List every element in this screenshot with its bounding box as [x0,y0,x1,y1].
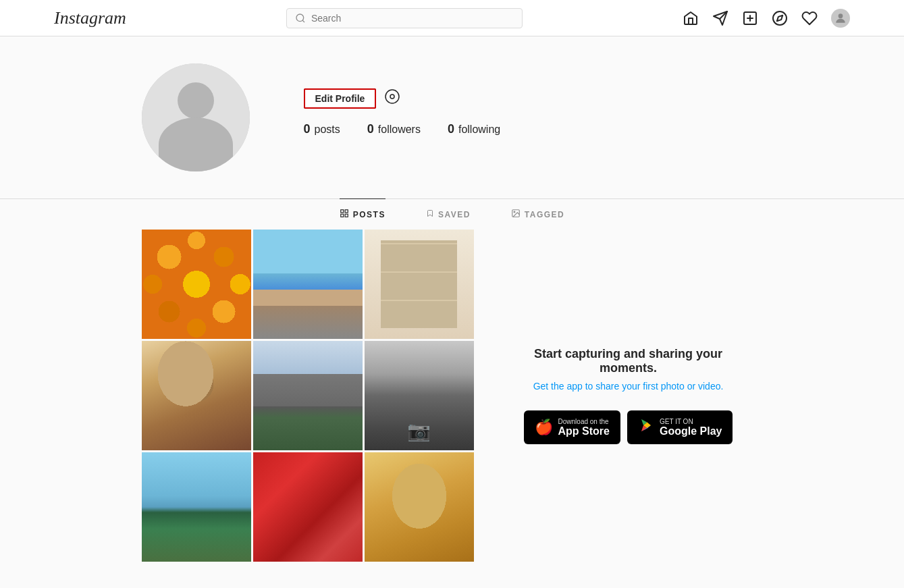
profile-actions: Edit Profile [304,88,763,109]
svg-point-10 [385,90,399,103]
posts-count: 0 [304,122,311,136]
svg-rect-14 [340,214,343,217]
photo-9[interactable] [365,452,474,562]
photo-8[interactable] [253,452,363,562]
search-icon [295,13,306,24]
tab-posts[interactable]: POSTS [340,198,385,230]
google-play-line1: GET IT ON [660,418,722,425]
svg-point-17 [514,211,515,213]
new-post-icon[interactable] [742,10,758,26]
header-nav [683,9,850,28]
app-store-button[interactable]: 🍎 Download on the App Store [524,410,620,444]
svg-rect-13 [345,210,348,213]
photo-2[interactable] [253,230,363,339]
app-store-line2: App Store [558,425,610,437]
photo-6[interactable]: 📷 [365,341,474,450]
promo-title: Start capturing and sharing your moments… [508,347,749,375]
tab-posts-label: POSTS [353,210,385,219]
following-count: 0 [448,122,454,136]
profile-info: Edit Profile 0 posts 0 followers [304,88,763,147]
photo-5[interactable] [253,341,363,450]
profile-stats: 0 posts 0 followers 0 following [304,122,763,136]
followers-label: followers [378,124,421,136]
svg-rect-12 [340,210,343,213]
settings-icon[interactable] [384,88,400,109]
search-bar[interactable] [286,8,523,28]
content-area: 📷 Start capturing and sharing your momen… [128,230,776,588]
profile-avatar[interactable] [142,63,250,171]
edit-profile-button[interactable]: Edit Profile [304,88,377,109]
explore-icon[interactable] [772,10,788,26]
tag-icon [511,209,521,220]
posts-label: posts [315,124,340,136]
svg-point-11 [390,95,394,99]
grid-icon [340,209,349,220]
svg-line-1 [302,20,304,22]
posts-stat[interactable]: 0 posts [304,122,340,136]
tab-tagged[interactable]: TAGGED [511,198,564,230]
photo-4[interactable] [142,341,251,450]
svg-marker-8 [777,15,782,20]
bookmark-icon [426,209,434,220]
svg-point-7 [773,11,787,25]
followers-count: 0 [367,122,374,136]
right-panel: Start capturing and sharing your moments… [494,230,763,562]
promo-subtitle: Get the app to share your first photo or… [533,381,724,392]
profile-tabs-wrapper: POSTS SAVED TAGGED [0,198,904,230]
app-buttons: 🍎 Download on the App Store [524,410,733,444]
photo-1[interactable] [142,230,251,339]
search-input[interactable] [311,13,514,24]
tab-tagged-label: TAGGED [525,210,564,219]
instagram-logo[interactable]: Instagram [54,8,126,28]
tab-saved-label: SAVED [438,210,471,219]
photo-grid: 📷 [142,230,474,562]
following-label: following [458,124,500,136]
photo-7[interactable] [142,452,251,562]
svg-point-0 [296,14,304,22]
followers-stat[interactable]: 0 followers [367,122,421,136]
profile-avatar[interactable] [831,9,850,28]
google-play-line2: Google Play [660,425,722,437]
google-play-button[interactable]: GET IT ON Google Play [627,410,733,444]
following-stat[interactable]: 0 following [448,122,500,136]
svg-rect-15 [345,214,348,217]
header: Instagram [0,0,904,36]
send-icon[interactable] [712,10,728,26]
svg-point-9 [839,14,843,18]
home-icon[interactable] [683,10,699,26]
likes-icon[interactable] [801,10,818,26]
profile-container: Edit Profile 0 posts 0 followers [128,36,776,171]
app-store-line1: Download on the [558,418,610,425]
google-play-icon [638,417,654,437]
profile-tabs: POSTS SAVED TAGGED [128,199,776,230]
profile-header: Edit Profile 0 posts 0 followers [142,63,763,171]
photo-3[interactable] [365,230,474,339]
apple-icon: 🍎 [535,419,553,436]
tab-saved[interactable]: SAVED [426,198,471,230]
